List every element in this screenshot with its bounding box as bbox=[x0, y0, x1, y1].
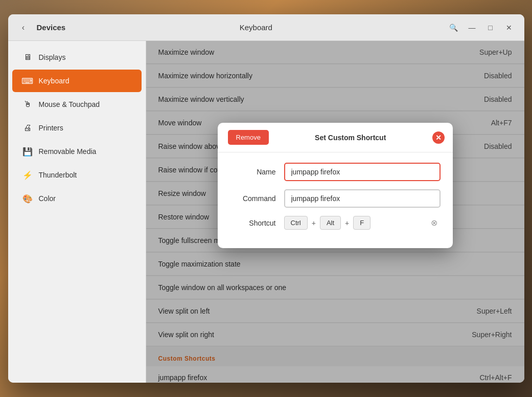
name-input[interactable] bbox=[284, 163, 441, 181]
modal-overlay: Remove Set Custom Shortcut ✕ Name Comman… bbox=[146, 41, 524, 383]
key-alt: Alt bbox=[320, 216, 341, 230]
command-input[interactable] bbox=[284, 189, 441, 208]
key-f: F bbox=[353, 216, 371, 230]
name-field: Name bbox=[230, 163, 441, 181]
sidebar-item-keyboard[interactable]: ⌨ Keyboard bbox=[12, 70, 142, 92]
sidebar-item-label: Printers bbox=[39, 124, 63, 132]
remove-button[interactable]: Remove bbox=[228, 130, 269, 145]
name-label: Name bbox=[230, 168, 276, 176]
close-button[interactable]: ✕ bbox=[502, 20, 516, 35]
shortcut-keys-container: Ctrl + Alt + F ⊗ bbox=[284, 216, 441, 230]
sidebar-item-label: Mouse & Touchpad bbox=[39, 100, 100, 108]
modal-header: Remove Set Custom Shortcut ✕ bbox=[218, 123, 453, 152]
clear-shortcut-button[interactable]: ⊗ bbox=[428, 217, 441, 229]
sidebar-item-label: Thunderbolt bbox=[39, 171, 77, 179]
minimize-icon: — bbox=[469, 24, 476, 32]
printers-icon: 🖨 bbox=[22, 123, 33, 133]
close-icon: ✕ bbox=[435, 134, 442, 142]
sidebar-item-label: Keyboard bbox=[39, 77, 70, 85]
sidebar-item-printers[interactable]: 🖨 Printers bbox=[12, 117, 142, 139]
close-icon: ✕ bbox=[506, 24, 512, 32]
mouse-icon: 🖱 bbox=[22, 99, 33, 109]
sidebar-item-label: Removable Media bbox=[39, 147, 97, 156]
maximize-icon: □ bbox=[488, 24, 492, 32]
back-icon: ‹ bbox=[22, 23, 25, 32]
removable-icon: 💾 bbox=[22, 146, 33, 157]
modal-close-button[interactable]: ✕ bbox=[432, 131, 445, 144]
sidebar-item-label: Color bbox=[39, 194, 56, 203]
app-window: ‹ Devices Keyboard 🔍 — □ ✕ 🖥 Displa bbox=[8, 14, 524, 383]
key-ctrl: Ctrl bbox=[284, 216, 308, 230]
thunderbolt-icon: ⚡ bbox=[22, 170, 33, 180]
displays-icon: 🖥 bbox=[22, 52, 33, 62]
back-button[interactable]: ‹ bbox=[16, 20, 31, 35]
plus-separator-2: + bbox=[345, 219, 349, 227]
modal-title: Set Custom Shortcut bbox=[269, 134, 432, 142]
clear-icon: ⊗ bbox=[431, 218, 437, 228]
page-title: Devices bbox=[37, 23, 66, 32]
sidebar: 🖥 Displays ⌨ Keyboard 🖱 Mouse & Touchpad… bbox=[8, 41, 146, 383]
sidebar-item-mouse[interactable]: 🖱 Mouse & Touchpad bbox=[12, 93, 142, 116]
sidebar-item-thunderbolt[interactable]: ⚡ Thunderbolt bbox=[12, 164, 142, 186]
command-label: Command bbox=[230, 194, 276, 203]
minimize-button[interactable]: — bbox=[465, 20, 479, 35]
search-icon: 🔍 bbox=[449, 24, 458, 32]
keyboard-icon: ⌨ bbox=[22, 76, 33, 86]
maximize-button[interactable]: □ bbox=[483, 20, 498, 35]
main-content-area: 🖥 Displays ⌨ Keyboard 🖱 Mouse & Touchpad… bbox=[8, 41, 524, 383]
sidebar-item-displays[interactable]: 🖥 Displays bbox=[12, 46, 142, 69]
plus-separator-1: + bbox=[312, 219, 316, 227]
sidebar-item-removable[interactable]: 💾 Removable Media bbox=[12, 140, 142, 163]
window-center-title: Keyboard bbox=[240, 23, 272, 32]
set-custom-shortcut-modal: Remove Set Custom Shortcut ✕ Name Comman… bbox=[218, 123, 453, 248]
titlebar-right: 🔍 — □ ✕ bbox=[447, 20, 516, 35]
shortcut-label: Shortcut bbox=[230, 219, 276, 227]
sidebar-item-label: Displays bbox=[39, 53, 66, 61]
titlebar: ‹ Devices Keyboard 🔍 — □ ✕ bbox=[8, 14, 524, 41]
color-icon: 🎨 bbox=[22, 193, 33, 204]
search-button[interactable]: 🔍 bbox=[447, 20, 461, 35]
modal-body: Name Command Shortcut Ctrl + bbox=[218, 152, 453, 248]
command-field: Command bbox=[230, 189, 441, 208]
titlebar-left: ‹ Devices bbox=[16, 20, 66, 35]
sidebar-item-color[interactable]: 🎨 Color bbox=[12, 187, 142, 210]
shortcuts-panel: Maximize window Super+Up Maximize window… bbox=[146, 41, 524, 383]
shortcut-field-row: Shortcut Ctrl + Alt + F ⊗ bbox=[230, 216, 441, 230]
